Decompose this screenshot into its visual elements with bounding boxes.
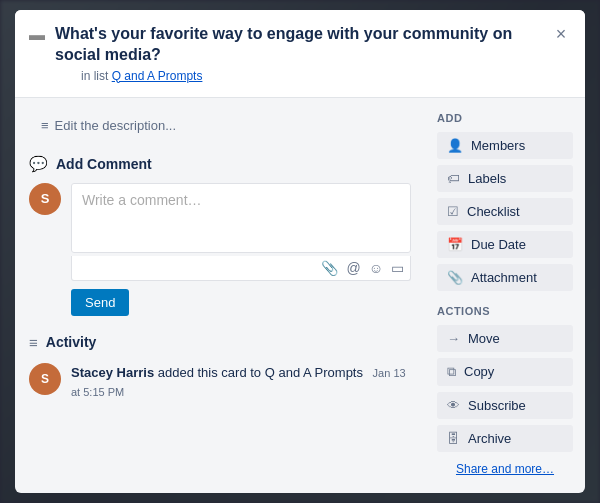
activity-user: Stacey Harris bbox=[71, 365, 154, 380]
comment-box-wrapper: 📎 @ ☺ ▭ bbox=[71, 183, 411, 281]
checklist-button[interactable]: ☑ Checklist bbox=[437, 198, 573, 225]
activity-avatar: S bbox=[29, 363, 61, 395]
archive-icon: 🗄 bbox=[447, 431, 460, 446]
send-button[interactable]: Send bbox=[71, 289, 129, 316]
actions-section-title: Actions bbox=[437, 305, 573, 317]
attachment-label: Attachment bbox=[471, 270, 537, 285]
card-title: What's your favorite way to engage with … bbox=[55, 24, 545, 66]
list-label: in list bbox=[81, 69, 108, 83]
move-label: Move bbox=[468, 331, 500, 346]
archive-label: Archive bbox=[468, 431, 511, 446]
edit-description-text: Edit the description... bbox=[55, 118, 176, 133]
move-icon: → bbox=[447, 331, 460, 346]
title-row: ▬ What's your favorite way to engage wit… bbox=[29, 24, 545, 83]
comment-section-header: 💬 Add Comment bbox=[29, 155, 411, 173]
copy-button[interactable]: ⧉ Copy bbox=[437, 358, 573, 386]
attach-icon[interactable]: 📎 bbox=[321, 260, 338, 276]
labels-icon: 🏷 bbox=[447, 171, 460, 186]
subscribe-icon: 👁 bbox=[447, 398, 460, 413]
copy-icon: ⧉ bbox=[447, 364, 456, 380]
comment-textarea[interactable] bbox=[71, 183, 411, 253]
due-date-label: Due Date bbox=[471, 237, 526, 252]
checklist-label: Checklist bbox=[467, 204, 520, 219]
activity-text: Stacey Harris added this card to Q and A… bbox=[71, 363, 411, 402]
image-icon[interactable]: ▭ bbox=[391, 260, 404, 276]
subscribe-label: Subscribe bbox=[468, 398, 526, 413]
labels-label: Labels bbox=[468, 171, 506, 186]
modal-main: ≡ Edit the description... 💬 Add Comment … bbox=[15, 98, 425, 493]
emoji-icon[interactable]: ☺ bbox=[369, 260, 383, 276]
activity-icon: ≡ bbox=[29, 334, 38, 351]
activity-section-title: Activity bbox=[46, 334, 97, 350]
due-date-button[interactable]: 📅 Due Date bbox=[437, 231, 573, 258]
subscribe-button[interactable]: 👁 Subscribe bbox=[437, 392, 573, 419]
comment-section-title: Add Comment bbox=[56, 156, 152, 172]
list-name-link[interactable]: Q and A Prompts bbox=[112, 69, 203, 83]
comment-toolbar: 📎 @ ☺ ▭ bbox=[71, 256, 411, 281]
comment-icon: 💬 bbox=[29, 155, 48, 173]
members-button[interactable]: 👤 Members bbox=[437, 132, 573, 159]
archive-button[interactable]: 🗄 Archive bbox=[437, 425, 573, 452]
activity-action: added this card to Q and A Prompts bbox=[158, 365, 363, 380]
members-label: Members bbox=[471, 138, 525, 153]
user-avatar: S bbox=[29, 183, 61, 215]
card-subtitle: in list Q and A Prompts bbox=[81, 69, 545, 83]
comment-input-row: S 📎 @ ☺ ▭ bbox=[29, 183, 411, 281]
move-button[interactable]: → Move bbox=[437, 325, 573, 352]
due-date-icon: 📅 bbox=[447, 237, 463, 252]
card-modal: ▬ What's your favorite way to engage wit… bbox=[15, 10, 585, 493]
activity-section-header: ≡ Activity bbox=[29, 334, 411, 351]
attachment-icon: 📎 bbox=[447, 270, 463, 285]
modal-header: ▬ What's your favorite way to engage wit… bbox=[15, 10, 585, 98]
checklist-icon: ☑ bbox=[447, 204, 459, 219]
close-button[interactable]: × bbox=[547, 20, 575, 48]
edit-icon: ≡ bbox=[41, 118, 49, 133]
activity-item: S Stacey Harris added this card to Q and… bbox=[29, 363, 411, 402]
modal-body: ≡ Edit the description... 💬 Add Comment … bbox=[15, 98, 585, 493]
add-comment-section: 💬 Add Comment S 📎 @ ☺ ▭ S bbox=[29, 155, 411, 316]
share-link[interactable]: Share and more… bbox=[437, 462, 573, 476]
modal-sidebar: Add 👤 Members 🏷 Labels ☑ Checklist 📅 Due… bbox=[425, 98, 585, 493]
members-icon: 👤 bbox=[447, 138, 463, 153]
add-section-title: Add bbox=[437, 112, 573, 124]
card-icon: ▬ bbox=[29, 26, 45, 44]
labels-button[interactable]: 🏷 Labels bbox=[437, 165, 573, 192]
attachment-button[interactable]: 📎 Attachment bbox=[437, 264, 573, 291]
mention-icon[interactable]: @ bbox=[346, 260, 360, 276]
activity-section: ≡ Activity S Stacey Harris added this ca… bbox=[29, 334, 411, 402]
copy-label: Copy bbox=[464, 364, 494, 379]
edit-description-link[interactable]: ≡ Edit the description... bbox=[33, 112, 411, 139]
